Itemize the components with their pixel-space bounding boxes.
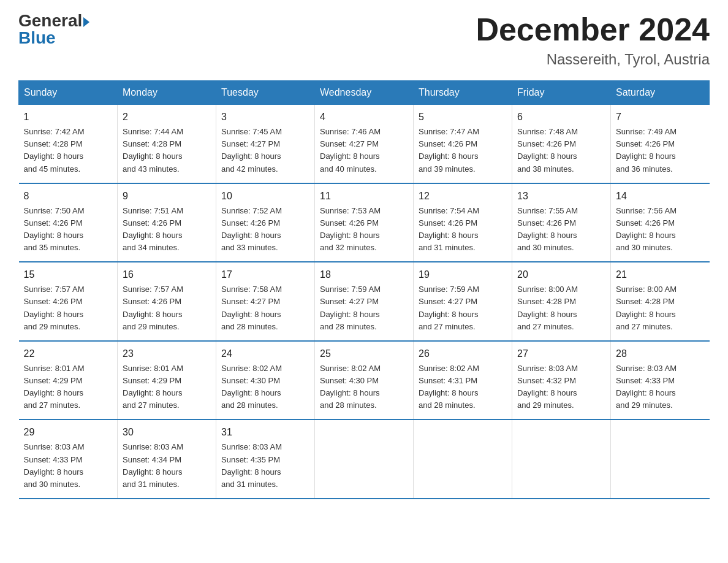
- day-number: 15: [24, 267, 113, 282]
- day-info: Sunrise: 7:59 AM Sunset: 4:27 PM Dayligh…: [320, 283, 408, 333]
- day-number: 13: [517, 189, 605, 204]
- calendar-week-row: 8Sunrise: 7:50 AM Sunset: 4:26 PM Daylig…: [19, 183, 710, 262]
- calendar-cell: 25Sunrise: 8:02 AM Sunset: 4:30 PM Dayli…: [315, 341, 414, 420]
- calendar-cell: 2Sunrise: 7:44 AM Sunset: 4:28 PM Daylig…: [118, 105, 216, 183]
- calendar-cell: 22Sunrise: 8:01 AM Sunset: 4:29 PM Dayli…: [19, 341, 118, 420]
- day-info: Sunrise: 8:03 AM Sunset: 4:33 PM Dayligh…: [24, 441, 113, 491]
- calendar-cell: 23Sunrise: 8:01 AM Sunset: 4:29 PM Dayli…: [118, 341, 216, 420]
- calendar-cell: 1Sunrise: 7:42 AM Sunset: 4:28 PM Daylig…: [19, 105, 118, 183]
- logo: General Blue: [18, 12, 89, 47]
- calendar-cell: 3Sunrise: 7:45 AM Sunset: 4:27 PM Daylig…: [216, 105, 315, 183]
- day-info: Sunrise: 8:00 AM Sunset: 4:28 PM Dayligh…: [517, 283, 605, 333]
- calendar-cell: 16Sunrise: 7:57 AM Sunset: 4:26 PM Dayli…: [118, 262, 216, 341]
- calendar-cell: 29Sunrise: 8:03 AM Sunset: 4:33 PM Dayli…: [19, 419, 118, 499]
- day-number: 7: [616, 110, 705, 124]
- calendar-cell: [315, 419, 414, 499]
- calendar-cell: 18Sunrise: 7:59 AM Sunset: 4:27 PM Dayli…: [315, 262, 414, 341]
- day-info: Sunrise: 7:47 AM Sunset: 4:26 PM Dayligh…: [419, 126, 507, 175]
- day-number: 5: [419, 110, 507, 124]
- day-number: 18: [320, 267, 408, 282]
- day-info: Sunrise: 7:59 AM Sunset: 4:27 PM Dayligh…: [419, 283, 507, 333]
- calendar-cell: 28Sunrise: 8:03 AM Sunset: 4:33 PM Dayli…: [611, 341, 710, 420]
- col-friday: Friday: [512, 81, 611, 105]
- day-info: Sunrise: 8:00 AM Sunset: 4:28 PM Dayligh…: [616, 283, 705, 333]
- day-info: Sunrise: 7:56 AM Sunset: 4:26 PM Dayligh…: [616, 205, 705, 255]
- day-number: 8: [24, 189, 113, 204]
- calendar-cell: 10Sunrise: 7:52 AM Sunset: 4:26 PM Dayli…: [216, 183, 315, 262]
- day-info: Sunrise: 7:57 AM Sunset: 4:26 PM Dayligh…: [123, 283, 211, 333]
- calendar-cell: 19Sunrise: 7:59 AM Sunset: 4:27 PM Dayli…: [414, 262, 512, 341]
- calendar-week-row: 22Sunrise: 8:01 AM Sunset: 4:29 PM Dayli…: [19, 341, 710, 420]
- day-number: 14: [616, 189, 705, 204]
- day-number: 6: [517, 110, 605, 124]
- day-info: Sunrise: 8:02 AM Sunset: 4:30 PM Dayligh…: [320, 362, 408, 412]
- day-number: 20: [517, 267, 605, 282]
- logo-blue: Blue: [18, 29, 56, 47]
- day-number: 23: [123, 347, 211, 361]
- day-info: Sunrise: 8:03 AM Sunset: 4:33 PM Dayligh…: [616, 362, 705, 412]
- calendar-cell: 5Sunrise: 7:47 AM Sunset: 4:26 PM Daylig…: [414, 105, 512, 183]
- calendar-cell: 8Sunrise: 7:50 AM Sunset: 4:26 PM Daylig…: [19, 183, 118, 262]
- calendar-cell: 9Sunrise: 7:51 AM Sunset: 4:26 PM Daylig…: [118, 183, 216, 262]
- day-info: Sunrise: 8:02 AM Sunset: 4:30 PM Dayligh…: [221, 362, 309, 412]
- calendar-cell: [512, 419, 611, 499]
- col-wednesday: Wednesday: [315, 81, 414, 105]
- day-info: Sunrise: 8:03 AM Sunset: 4:32 PM Dayligh…: [517, 362, 605, 412]
- day-info: Sunrise: 7:42 AM Sunset: 4:28 PM Dayligh…: [24, 126, 113, 175]
- day-info: Sunrise: 7:48 AM Sunset: 4:26 PM Dayligh…: [517, 126, 605, 175]
- day-number: 19: [419, 267, 507, 282]
- day-number: 12: [419, 189, 507, 204]
- day-number: 31: [221, 425, 309, 440]
- day-number: 29: [24, 425, 113, 440]
- calendar-week-row: 29Sunrise: 8:03 AM Sunset: 4:33 PM Dayli…: [19, 419, 710, 499]
- calendar-header: Sunday Monday Tuesday Wednesday Thursday…: [19, 81, 710, 105]
- calendar-week-row: 15Sunrise: 7:57 AM Sunset: 4:26 PM Dayli…: [19, 262, 710, 341]
- calendar-cell: 31Sunrise: 8:03 AM Sunset: 4:35 PM Dayli…: [216, 419, 315, 499]
- col-tuesday: Tuesday: [216, 81, 315, 105]
- calendar-cell: 11Sunrise: 7:53 AM Sunset: 4:26 PM Dayli…: [315, 183, 414, 262]
- calendar-cell: [611, 419, 710, 499]
- day-info: Sunrise: 7:45 AM Sunset: 4:27 PM Dayligh…: [221, 126, 309, 175]
- calendar-cell: 30Sunrise: 8:03 AM Sunset: 4:34 PM Dayli…: [118, 419, 216, 499]
- calendar-cell: 6Sunrise: 7:48 AM Sunset: 4:26 PM Daylig…: [512, 105, 611, 183]
- day-number: 4: [320, 110, 408, 124]
- calendar-cell: 21Sunrise: 8:00 AM Sunset: 4:28 PM Dayli…: [611, 262, 710, 341]
- day-info: Sunrise: 7:46 AM Sunset: 4:27 PM Dayligh…: [320, 126, 408, 175]
- day-number: 22: [24, 347, 113, 361]
- calendar-subtitle: Nassereith, Tyrol, Austria: [476, 51, 710, 68]
- calendar-table: Sunday Monday Tuesday Wednesday Thursday…: [18, 80, 710, 499]
- day-number: 3: [221, 110, 309, 124]
- page-header: General Blue December 2024 Nassereith, T…: [18, 12, 710, 68]
- day-info: Sunrise: 8:01 AM Sunset: 4:29 PM Dayligh…: [24, 362, 113, 412]
- calendar-title: December 2024: [476, 12, 710, 47]
- days-of-week-row: Sunday Monday Tuesday Wednesday Thursday…: [19, 81, 710, 105]
- day-number: 9: [123, 189, 211, 204]
- day-info: Sunrise: 7:52 AM Sunset: 4:26 PM Dayligh…: [221, 205, 309, 255]
- day-info: Sunrise: 8:02 AM Sunset: 4:31 PM Dayligh…: [419, 362, 507, 412]
- day-info: Sunrise: 8:03 AM Sunset: 4:34 PM Dayligh…: [123, 441, 211, 491]
- day-number: 24: [221, 347, 309, 361]
- day-number: 10: [221, 189, 309, 204]
- calendar-cell: 27Sunrise: 8:03 AM Sunset: 4:32 PM Dayli…: [512, 341, 611, 420]
- calendar-cell: 20Sunrise: 8:00 AM Sunset: 4:28 PM Dayli…: [512, 262, 611, 341]
- calendar-week-row: 1Sunrise: 7:42 AM Sunset: 4:28 PM Daylig…: [19, 105, 710, 183]
- day-info: Sunrise: 7:44 AM Sunset: 4:28 PM Dayligh…: [123, 126, 211, 175]
- logo-arrow-icon: [83, 17, 89, 27]
- day-info: Sunrise: 7:58 AM Sunset: 4:27 PM Dayligh…: [221, 283, 309, 333]
- day-number: 17: [221, 267, 309, 282]
- calendar-cell: 7Sunrise: 7:49 AM Sunset: 4:26 PM Daylig…: [611, 105, 710, 183]
- day-number: 16: [123, 267, 211, 282]
- calendar-cell: 15Sunrise: 7:57 AM Sunset: 4:26 PM Dayli…: [19, 262, 118, 341]
- day-number: 30: [123, 425, 211, 440]
- calendar-cell: 24Sunrise: 8:02 AM Sunset: 4:30 PM Dayli…: [216, 341, 315, 420]
- day-info: Sunrise: 7:55 AM Sunset: 4:26 PM Dayligh…: [517, 205, 605, 255]
- day-number: 28: [616, 347, 705, 361]
- day-info: Sunrise: 7:49 AM Sunset: 4:26 PM Dayligh…: [616, 126, 705, 175]
- logo-general: General: [18, 11, 82, 30]
- calendar-cell: 12Sunrise: 7:54 AM Sunset: 4:26 PM Dayli…: [414, 183, 512, 262]
- day-number: 21: [616, 267, 705, 282]
- day-info: Sunrise: 8:01 AM Sunset: 4:29 PM Dayligh…: [123, 362, 211, 412]
- title-block: December 2024 Nassereith, Tyrol, Austria: [476, 12, 710, 68]
- day-info: Sunrise: 8:03 AM Sunset: 4:35 PM Dayligh…: [221, 441, 309, 491]
- calendar-cell: 26Sunrise: 8:02 AM Sunset: 4:31 PM Dayli…: [414, 341, 512, 420]
